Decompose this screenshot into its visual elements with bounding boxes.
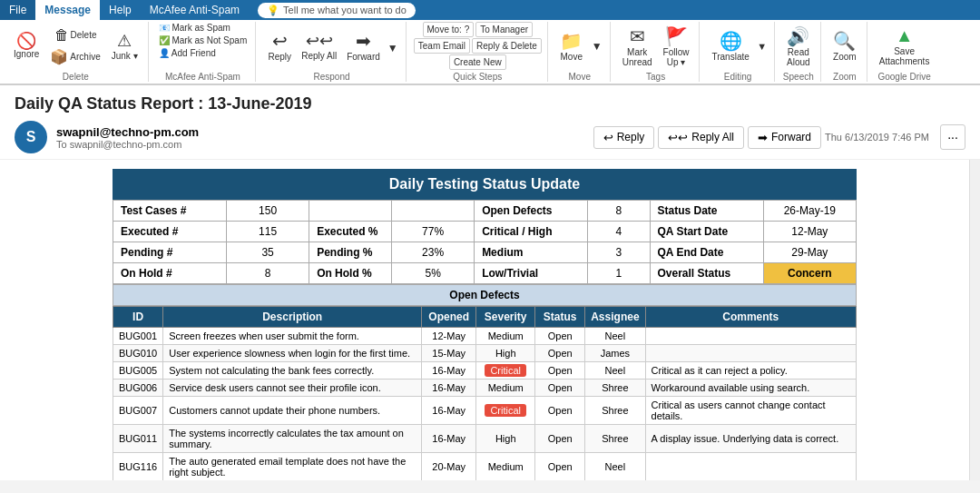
google-drive-label: Google Drive [877, 70, 930, 82]
bug-id: BUG010 [113, 345, 163, 362]
open-defects-value: 8 [588, 201, 650, 222]
bug-status: Open [535, 425, 585, 453]
bug-id: BUG007 [113, 397, 163, 425]
lightbulb-icon: 💡 [267, 5, 279, 16]
reply-all-action-button[interactable]: ↩↩ Reply All [658, 126, 744, 149]
move-to-button[interactable]: Move to: ? [423, 22, 475, 37]
move-more-button[interactable]: ▼ [590, 39, 604, 54]
move-group-label: Move [569, 70, 591, 82]
col-id: ID [113, 307, 163, 328]
bug-comments: Critical as it can reject a policy. [645, 362, 856, 380]
to-manager-button[interactable]: To Manager [475, 22, 533, 37]
pending-pct-label: Pending % [309, 242, 392, 263]
qa-start-value: 12-May [763, 222, 856, 242]
tab-help[interactable]: Help [100, 0, 141, 20]
tell-me-box[interactable]: 💡 Tell me what you want to do [258, 3, 416, 18]
ribbon-group-zoom: 🔍 Zoom Zoom [823, 22, 867, 82]
bug-status: Open [535, 397, 585, 425]
tab-mcafee[interactable]: McAfee Anti-Spam [141, 0, 249, 20]
more-actions-button[interactable]: ··· [940, 124, 965, 150]
ignore-button[interactable]: 🚫 Ignore [9, 31, 44, 61]
save-attachments-button[interactable]: ▲ SaveAttachments [875, 24, 935, 68]
bug-comments: A display issue. Underlying data is corr… [645, 425, 856, 453]
status-date-label: Status Date [650, 201, 763, 222]
reply-delete-button[interactable]: Reply & Delete [472, 38, 542, 54]
bug-desc: Customers cannot update their phone numb… [163, 397, 422, 425]
bug-assignee: Neel [585, 362, 645, 380]
move-button[interactable]: 📁 Move [555, 28, 588, 64]
critical-high-label: Critical / High [475, 222, 588, 242]
bug-status: Open [535, 380, 585, 397]
qa-end-label: QA End Date [650, 242, 763, 263]
severity-cell: Critical [476, 397, 535, 425]
bug-comments [645, 328, 856, 345]
reply-button[interactable]: ↩ Reply [263, 28, 296, 64]
bug-desc: Screen freezes when user submit the form… [163, 328, 422, 345]
executed-label: Executed # [113, 222, 227, 242]
junk-button[interactable]: ⚠ Junk ▾ [107, 29, 142, 63]
forward-icon: ➡ [758, 131, 768, 144]
translate-button[interactable]: 🌐 Translate [707, 28, 753, 64]
follow-up-button[interactable]: 🚩 FollowUp ▾ [659, 24, 694, 69]
delete-button[interactable]: 🗑 Delete [45, 25, 104, 45]
table-row: BUG001 Screen freezes when user submit t… [113, 328, 857, 345]
severity-cell: Critical [476, 362, 535, 380]
quick-steps-label: Quick Steps [453, 70, 502, 82]
mark-not-spam-button[interactable]: ✅ Mark as Not Spam [156, 35, 250, 46]
speech-group-label: Speech [783, 70, 814, 82]
zoom-button[interactable]: 🔍 Zoom [828, 28, 861, 64]
reply-action-button[interactable]: ↩ Reply [593, 126, 655, 149]
tab-file[interactable]: File [0, 0, 35, 20]
delete-group-label: Delete [63, 70, 89, 82]
forward-button[interactable]: ➡ Forward [342, 28, 385, 64]
ribbon-group-respond: ↩ Reply ↩↩ Reply All ➡ Forward ▼ Respond [258, 22, 407, 82]
table-row: BUG007 Customers cannot update their pho… [113, 397, 857, 425]
bug-desc: User experience slowness when login for … [163, 345, 422, 362]
bug-id: BUG005 [113, 362, 163, 380]
scroll-track[interactable] [969, 160, 980, 480]
create-new-button[interactable]: Create New [449, 54, 506, 70]
bug-status: Open [535, 328, 585, 345]
reply-all-button[interactable]: ↩↩ Reply All [297, 29, 341, 63]
bug-status: Open [535, 362, 585, 380]
bug-desc: Service desk users cannot see their prof… [163, 380, 422, 397]
pending-pct-value: 23% [392, 242, 475, 263]
ribbon-group-mcafee: 📧 Mark as Spam ✅ Mark as Not Spam 👤 Add … [151, 22, 257, 82]
table-row: BUG005 System not calculating the bank f… [113, 362, 857, 380]
add-friend-button[interactable]: 👤 Add Friend [156, 47, 219, 59]
bug-opened: 16-May [422, 425, 476, 453]
tell-me-text: Tell me what you want to do [283, 5, 407, 15]
team-email-button[interactable]: Team Email [414, 38, 470, 54]
read-aloud-button[interactable]: 🔊 ReadAloud [782, 24, 815, 69]
tab-message[interactable]: Message [35, 0, 100, 20]
bug-comments: Critical as users cannot change contact … [645, 397, 856, 425]
col-assignee: Assignee [585, 307, 645, 328]
mcafee-group-label: McAfee Anti-Spam [165, 70, 240, 82]
bug-assignee: Neel [585, 328, 645, 345]
bug-opened: 16-May [422, 380, 476, 397]
reply-label: Reply [617, 131, 645, 143]
bug-comments [645, 453, 856, 481]
medium-label: Medium [475, 242, 588, 263]
translate-more-button[interactable]: ▼ [756, 40, 769, 53]
bug-assignee: James [585, 345, 645, 362]
pending-label: Pending # [113, 242, 227, 263]
bug-desc: The systems incorrectly calculates the t… [163, 425, 422, 453]
mark-unread-button[interactable]: ✉ MarkUnread [618, 24, 657, 69]
archive-button[interactable]: 📦 Archive [45, 46, 104, 67]
open-defects-label: Open Defects [475, 201, 588, 222]
overall-status-value: Concern [763, 263, 856, 284]
mark-spam-button[interactable]: 📧 Mark as Spam [156, 22, 233, 34]
more-respond-button[interactable]: ▼ [386, 36, 400, 56]
severity-cell: Medium [476, 328, 535, 345]
severity-cell: Medium [476, 453, 535, 481]
pending-value: 35 [227, 242, 309, 263]
low-trivial-label: Low/Trivial [475, 263, 588, 284]
col-opened: Opened [422, 307, 476, 328]
table-row: BUG116 The auto generated email template… [113, 453, 857, 481]
forward-action-button[interactable]: ➡ Forward [748, 126, 821, 149]
email-date: Thu 6/13/2019 7:46 PM [825, 132, 929, 143]
bug-comments: Workaround available using search. [645, 380, 856, 397]
bug-opened: 15-May [422, 345, 476, 362]
ribbon-group-editing: 🌐 Translate ▼ Editing [701, 22, 774, 82]
